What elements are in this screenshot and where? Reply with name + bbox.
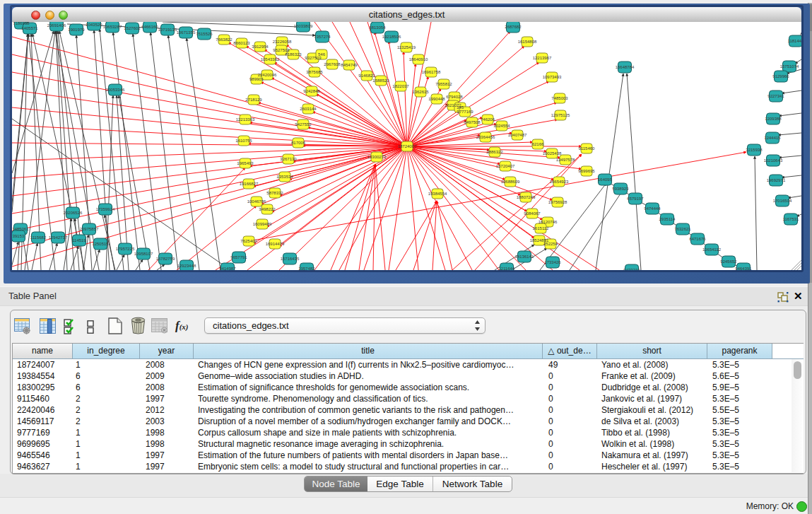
svg-text:3498222: 3498222 — [259, 207, 276, 211]
svg-text:9657791: 9657791 — [230, 255, 247, 259]
svg-text:2967608: 2967608 — [324, 62, 341, 66]
svg-text:1043520: 1043520 — [86, 23, 102, 27]
svg-text:62166: 62166 — [532, 142, 544, 146]
svg-text:10210643: 10210643 — [764, 158, 783, 163]
svg-text:20053346: 20053346 — [106, 88, 125, 92]
svg-text:7186998: 7186998 — [13, 22, 30, 25]
svg-text:1362615: 1362615 — [412, 90, 429, 94]
svg-text:12213363: 12213363 — [236, 117, 255, 122]
svg-text:7357274: 7357274 — [314, 35, 331, 39]
svg-text:19756928: 19756928 — [548, 200, 567, 204]
svg-text:3267130: 3267130 — [280, 157, 297, 161]
svg-text:20975857: 20975857 — [80, 227, 99, 231]
svg-text:13300273: 13300273 — [367, 155, 387, 159]
svg-text:7663822: 7663822 — [216, 37, 233, 42]
svg-text:12942737: 12942737 — [49, 235, 68, 240]
svg-text:18807249: 18807249 — [517, 195, 536, 199]
svg-text:9474444: 9474444 — [644, 206, 661, 211]
svg-text:1244415: 1244415 — [764, 136, 781, 140]
svg-text:8454749: 8454749 — [341, 63, 358, 67]
svg-text:9414987: 9414987 — [219, 267, 236, 270]
svg-text:1610755: 1610755 — [235, 139, 252, 143]
svg-text:10543362: 10543362 — [261, 57, 280, 62]
svg-text:9115460: 9115460 — [579, 146, 596, 151]
svg-text:252254: 252254 — [543, 242, 558, 246]
svg-text:13497578: 13497578 — [556, 158, 575, 162]
svg-text:746206: 746206 — [481, 117, 495, 122]
svg-text:164095: 164095 — [598, 177, 613, 182]
svg-text:3875685: 3875685 — [306, 70, 323, 74]
svg-text:9464391: 9464391 — [735, 267, 752, 270]
svg-text:2603144: 2603144 — [300, 107, 317, 111]
svg-text:16120746: 16120746 — [539, 220, 558, 224]
svg-text:7955812: 7955812 — [435, 82, 452, 86]
svg-text:10046786: 10046786 — [247, 199, 266, 204]
svg-text:10407487: 10407487 — [508, 133, 527, 137]
svg-text:3912954: 3912954 — [252, 45, 269, 49]
svg-text:19384554: 19384554 — [428, 192, 447, 196]
svg-text:20206526: 20206526 — [64, 211, 83, 215]
svg-text:989901: 989901 — [249, 77, 264, 81]
svg-text:10025438: 10025438 — [543, 151, 562, 156]
svg-text:12213967: 12213967 — [533, 56, 552, 60]
svg-text:1405571: 1405571 — [21, 26, 38, 30]
svg-text:18640910: 18640910 — [409, 57, 428, 62]
svg-text:9245652: 9245652 — [720, 259, 737, 264]
svg-text:9084067: 9084067 — [524, 211, 541, 216]
svg-text:10719135: 10719135 — [158, 28, 177, 32]
svg-text:15720407: 15720407 — [496, 164, 515, 168]
svg-text:15751074: 15751074 — [780, 64, 799, 69]
svg-text:7632621: 7632621 — [674, 227, 691, 231]
svg-text:3024554: 3024554 — [493, 124, 510, 128]
svg-text:8660123: 8660123 — [233, 41, 250, 45]
svg-text:9242848: 9242848 — [303, 89, 320, 93]
svg-text:6466160: 6466160 — [141, 25, 158, 29]
svg-text:9227341: 9227341 — [767, 94, 784, 98]
svg-text:6579197: 6579197 — [627, 197, 644, 201]
svg-text:9433210: 9433210 — [623, 268, 640, 270]
svg-text:546: 546 — [318, 52, 326, 57]
svg-text:1588520: 1588520 — [372, 78, 389, 83]
svg-text:10958107: 10958107 — [134, 252, 153, 256]
svg-text:1733426: 1733426 — [544, 260, 561, 264]
svg-text:3215938: 3215938 — [746, 148, 763, 152]
svg-text:2886322: 2886322 — [486, 150, 503, 154]
svg-text:1181442: 1181442 — [788, 39, 801, 43]
svg-text:2935114: 2935114 — [659, 217, 676, 221]
svg-text:1250515: 1250515 — [92, 242, 109, 246]
svg-text:114519: 114519 — [72, 238, 86, 243]
svg-text:16961758: 16961758 — [422, 70, 441, 74]
svg-text:1822037: 1822037 — [392, 84, 409, 88]
svg-text:22420046: 22420046 — [258, 73, 277, 77]
svg-text:1115682: 1115682 — [30, 235, 47, 240]
svg-text:17957225: 17957225 — [116, 247, 135, 251]
svg-text:19166827: 19166827 — [240, 182, 259, 186]
svg-text:1957482: 1957482 — [298, 267, 315, 270]
svg-text:2718129: 2718129 — [245, 98, 262, 102]
svg-text:1209388: 1209388 — [765, 117, 782, 121]
svg-text:18724007: 18724007 — [398, 144, 417, 148]
svg-text:8813054: 8813054 — [369, 25, 386, 30]
svg-text:1965493: 1965493 — [237, 161, 254, 165]
svg-text:1353534: 1353534 — [276, 175, 293, 179]
svg-text:19692971: 19692971 — [767, 178, 786, 182]
svg-text:20691406: 20691406 — [47, 23, 66, 28]
svg-text:8186323: 8186323 — [285, 52, 302, 57]
svg-text:9427552: 9427552 — [295, 122, 312, 127]
svg-text:1901979: 1901979 — [68, 28, 85, 32]
svg-text:15716435: 15716435 — [281, 257, 300, 261]
svg-text:5878332: 5878332 — [266, 191, 283, 195]
svg-text:23226058: 23226058 — [273, 40, 292, 44]
svg-text:39153: 39153 — [13, 234, 25, 238]
svg-text:1615112: 1615112 — [533, 226, 550, 230]
svg-text:16033809: 16033809 — [294, 24, 313, 28]
svg-text:11325419: 11325419 — [397, 45, 416, 49]
svg-text:9699695: 9699695 — [578, 169, 595, 173]
svg-text:1485061: 1485061 — [12, 227, 29, 231]
svg-text:10973493: 10973493 — [543, 75, 562, 79]
svg-text:16914479: 16914479 — [266, 242, 285, 246]
svg-text:9146821: 9146821 — [358, 74, 375, 78]
svg-text:7485003: 7485003 — [551, 96, 568, 100]
svg-text:9129966: 9129966 — [772, 74, 789, 78]
svg-text:9777169: 9777169 — [457, 110, 473, 114]
